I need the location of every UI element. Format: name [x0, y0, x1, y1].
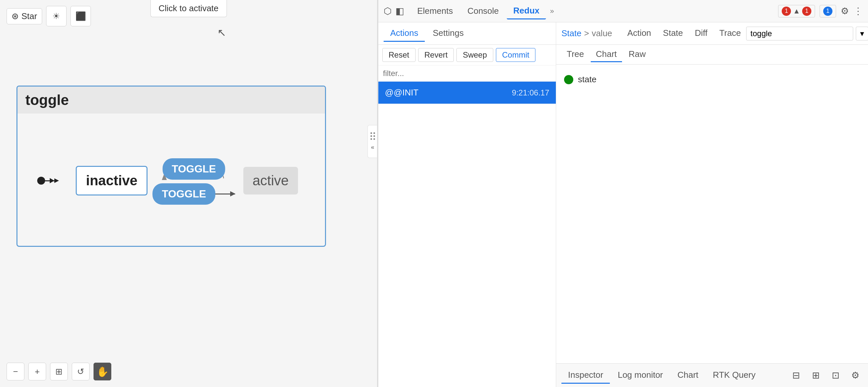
settings-bottom-icon[interactable]: ⚙: [847, 368, 863, 383]
inspector-search-area: ▾: [746, 27, 868, 40]
devtools-tab-elements[interactable]: Elements: [411, 3, 459, 19]
toggle-button-back[interactable]: TOGGLE: [162, 158, 225, 180]
state-node[interactable]: state: [564, 74, 860, 85]
initial-dot: [37, 177, 45, 185]
action-name: @@INIT: [385, 88, 418, 98]
fit-icon: ⊞: [55, 366, 63, 377]
plus-icon: +: [35, 366, 39, 377]
click-to-activate-banner[interactable]: Click to activate: [150, 0, 226, 17]
inspector-content: state: [556, 65, 868, 363]
bottom-toolbar: − + ⊞ ↺ ✋: [7, 363, 111, 380]
devtools-tab-redux[interactable]: Redux: [507, 3, 546, 20]
left-panel: ⊛ Star ☀ ⬛ Click to activate ↖ toggle: [0, 0, 377, 387]
chevron-down-icon: ▾: [860, 29, 864, 38]
breadcrumb-current: value: [592, 28, 612, 38]
redux-tab-settings[interactable]: Settings: [426, 25, 470, 42]
hand-tool-button[interactable]: ✋: [94, 363, 111, 380]
click-to-activate-label: Click to activate: [158, 3, 218, 13]
state-label: state: [578, 74, 596, 85]
redux-actions-panel: Actions Settings Reset Revert Sweep Co: [378, 22, 556, 387]
cursor: ↖: [217, 26, 226, 39]
message-count: 1: [823, 7, 832, 16]
redux-panel: Actions Settings Reset Revert Sweep Co: [378, 22, 868, 387]
filter-input[interactable]: [378, 65, 556, 82]
initial-line: [45, 180, 55, 181]
transitions-area: TOGGLE TOGGLE: [152, 157, 235, 205]
error-icon: ▲: [793, 7, 800, 15]
star-label: Star: [22, 11, 37, 22]
redux-inspector-panel: State > value Action State Diff Trace: [556, 22, 868, 387]
inspector-tab-trace[interactable]: Trace: [714, 25, 746, 42]
warning-count: 1: [802, 7, 811, 16]
devtools-right-icons: 1 ▲ 1 1 ⚙ ⋮: [778, 5, 863, 18]
inspector-tab-diff[interactable]: Diff: [689, 25, 713, 42]
layout-rows-icon[interactable]: ⊟: [788, 368, 803, 383]
state-machine-diagram: toggle inactive: [17, 86, 326, 247]
bottom-tab-log-monitor[interactable]: Log monitor: [611, 367, 670, 384]
layout-columns-icon[interactable]: ⊞: [808, 368, 823, 383]
inspect-element-icon[interactable]: ⬡: [383, 6, 392, 17]
initial-arrow: [37, 177, 55, 185]
devtools-more-tabs[interactable]: »: [547, 6, 557, 17]
action-row-init[interactable]: @@INIT 9:21:06.17: [378, 82, 556, 104]
devtools-topbar: ⬡ ◧ Elements Console Redux » 1 ▲: [378, 0, 868, 22]
device-mode-icon[interactable]: ◧: [396, 6, 404, 17]
bottom-tab-rtk-query[interactable]: RTK Query: [706, 367, 762, 384]
inspector-view-tabs: Tree Chart Raw: [556, 45, 868, 65]
diagram-title: toggle: [18, 87, 325, 114]
bottom-tab-inspector[interactable]: Inspector: [561, 367, 610, 384]
initial-arrowhead: [54, 179, 59, 183]
toggle-forward-label: TOGGLE: [162, 188, 206, 200]
github-icon: ⊛: [11, 11, 19, 22]
view-tab-chart[interactable]: Chart: [591, 47, 622, 62]
minus-icon: −: [13, 366, 18, 377]
state-inactive[interactable]: inactive: [76, 166, 148, 195]
error-count: 1: [782, 7, 791, 16]
inspector-tabs: Action State Diff Trace: [622, 25, 746, 42]
breadcrumb-state-link[interactable]: State: [561, 28, 582, 38]
inspector-tab-state[interactable]: State: [658, 25, 688, 42]
state-active-label: active: [253, 173, 289, 188]
message-badge[interactable]: 1: [819, 5, 836, 18]
inspector-tab-action[interactable]: Action: [622, 25, 656, 42]
sweep-button[interactable]: Sweep: [456, 48, 493, 62]
sun-icon: ☀: [52, 11, 60, 22]
theme-toggle-button[interactable]: ☀: [46, 6, 66, 26]
inspector-search-input[interactable]: [746, 27, 853, 40]
action-toolbar: Reset Revert Sweep Commit: [378, 45, 556, 65]
devtools-tab-console[interactable]: Console: [461, 3, 505, 19]
hand-icon: ✋: [96, 366, 108, 378]
redux-tab-actions[interactable]: Actions: [383, 25, 425, 42]
view-tab-tree[interactable]: Tree: [561, 47, 589, 62]
diagram-content: inactive: [18, 114, 325, 248]
rotate-button[interactable]: ↺: [72, 363, 90, 380]
bottom-right-icons: ⊟ ⊞ ⊡ ⚙: [788, 368, 863, 383]
error-warning-badge[interactable]: 1 ▲ 1: [778, 5, 815, 18]
action-list: @@INIT 9:21:06.17: [378, 82, 556, 387]
inspector-dropdown[interactable]: ▾: [856, 27, 868, 40]
toggle-button-forward[interactable]: TOGGLE: [152, 183, 215, 205]
toggle-back-label: TOGGLE: [172, 163, 216, 175]
bottom-tab-chart[interactable]: Chart: [671, 367, 705, 384]
state-active[interactable]: active: [243, 167, 298, 194]
more-options-icon[interactable]: ⋮: [854, 6, 863, 17]
chevron-left-icon: «: [371, 144, 374, 151]
revert-button[interactable]: Revert: [418, 48, 454, 62]
camera-button[interactable]: ⬛: [70, 6, 91, 26]
commit-button[interactable]: Commit: [496, 48, 536, 62]
drag-handle-dots: [370, 132, 375, 140]
zoom-out-button[interactable]: −: [7, 363, 24, 380]
layout-grid-icon[interactable]: ⊡: [828, 368, 843, 383]
back-transition: TOGGLE: [158, 157, 230, 183]
state-inactive-label: inactive: [86, 173, 137, 188]
reset-button[interactable]: Reset: [382, 48, 415, 62]
collapse-panel-button[interactable]: «: [368, 125, 377, 158]
action-time: 9:21:06.17: [512, 88, 549, 97]
view-tab-raw[interactable]: Raw: [623, 47, 651, 62]
fit-button[interactable]: ⊞: [50, 363, 68, 380]
settings-icon[interactable]: ⚙: [841, 6, 849, 17]
star-button[interactable]: ⊛ Star: [7, 8, 42, 24]
breadcrumb-separator: >: [584, 28, 589, 38]
rotate-icon: ↺: [77, 366, 84, 377]
zoom-in-button[interactable]: +: [28, 363, 46, 380]
